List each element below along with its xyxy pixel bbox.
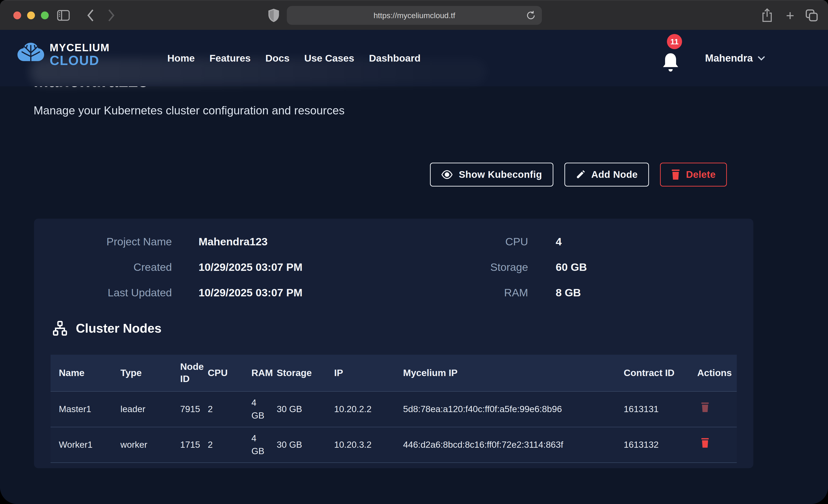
share-icon[interactable] [761,0,773,30]
tab-overview-icon[interactable] [806,0,818,30]
cell-mycelium-ip: 446:d2a6:8bcd:8c16:ff0f:72e2:3114:863f [398,427,618,463]
show-kubeconfig-button[interactable]: Show Kubeconfig [430,163,553,186]
info-label: RAM [402,286,528,299]
table-row[interactable]: Master1 leader 7915 2 4 GB 30 GB 10.20.2… [50,391,737,427]
window-controls [13,11,49,19]
delete-node-icon[interactable] [701,438,709,448]
close-window-button[interactable] [13,11,21,19]
col-contract-id: Contract ID [618,355,692,391]
col-name: Name [50,355,115,391]
nav-link-dashboard[interactable]: Dashboard [369,53,420,64]
info-value: 8 GB [556,286,587,299]
network-icon [52,320,68,336]
cell-ip: 10.20.2.2 [329,391,398,427]
cluster-details-card: Project Name Mahendra123 Created 10/29/2… [34,219,753,468]
add-node-label: Add Node [591,169,638,180]
cell-name: Master1 [50,391,115,427]
forward-icon[interactable] [106,0,116,30]
info-label: Last Updated [34,286,172,299]
cell-actions [692,427,737,463]
delete-cluster-button[interactable]: Delete [660,163,727,186]
privacy-shield-icon[interactable] [268,0,279,30]
col-actions: Actions [692,355,737,391]
back-icon[interactable] [85,0,95,30]
cell-cpu: 2 [202,391,246,427]
cell-type: leader [115,391,175,427]
minimize-window-button[interactable] [27,11,35,19]
col-ram: RAM [246,355,271,391]
address-bar-url: https://myceliumcloud.tf [373,11,455,20]
cell-contract-id: 1613132 [618,427,692,463]
nav-links: Home Features Docs Use Cases Dashboard [167,30,420,86]
browser-window: https://myceliumcloud.tf + Mahendra123 M… [0,0,828,504]
delete-node-icon[interactable] [701,403,709,412]
brand-logo[interactable]: MYCELIUM CLOUD [16,40,110,69]
nodes-table: Name Type Node ID CPU RAM Storage IP Myc… [50,355,737,463]
cell-type: worker [115,427,175,463]
info-value: 60 GB [556,261,587,274]
info-value: 10/29/2025 03:07 PM [199,261,302,274]
bell-icon [661,52,681,74]
cell-mycelium-ip: 5d8:78ea:a120:f40c:ff0f:a5fe:99e6:8b96 [398,391,618,427]
notifications-button[interactable]: 11 [661,52,681,74]
nav-link-use-cases[interactable]: Use Cases [304,53,355,64]
address-bar[interactable]: https://myceliumcloud.tf [287,6,542,25]
cluster-nodes-heading: Cluster Nodes [52,320,162,336]
mycelium-cloud-logo-icon [16,40,45,69]
brand-name-bottom: CLOUD [50,54,110,67]
cluster-info-right: CPU 4 Storage 60 GB RAM 8 GB [402,235,587,299]
table-header-row: Name Type Node ID CPU RAM Storage IP Myc… [50,355,737,391]
info-label: Storage [402,261,528,274]
cell-node-id: 7915 [175,391,202,427]
cell-actions [692,391,737,427]
info-value: 10/29/2025 03:07 PM [199,286,302,299]
nodes-table-body: Master1 leader 7915 2 4 GB 30 GB 10.20.2… [50,391,737,463]
col-mycelium-ip: Mycelium IP [398,355,618,391]
trash-icon [671,170,680,180]
nav-link-features[interactable]: Features [209,53,250,64]
nav-link-docs[interactable]: Docs [265,53,290,64]
browser-toolbar: https://myceliumcloud.tf + [0,0,828,30]
cell-node-id: 1715 [175,427,202,463]
col-storage: Storage [271,355,329,391]
cell-storage: 30 GB [271,427,329,463]
info-value: Mahendra123 [199,235,302,248]
page-subtitle: Manage your Kubernetes cluster configura… [34,104,345,117]
info-value: 4 [556,235,587,248]
new-tab-icon[interactable]: + [786,0,794,30]
pencil-icon [576,170,585,179]
cell-ram: 4 GB [246,391,271,427]
notification-badge: 11 [667,34,682,49]
cell-storage: 30 GB [271,391,329,427]
eye-icon [441,170,453,179]
sidebar-toggle-icon[interactable] [57,0,70,30]
cell-name: Worker1 [50,427,115,463]
info-label: Project Name [34,235,172,248]
info-label: CPU [402,235,528,248]
zoom-window-button[interactable] [41,11,49,19]
site-navbar: MYCELIUM CLOUD Home Features Docs Use Ca… [0,30,828,86]
user-name: Mahendra [705,52,753,64]
table-row[interactable]: Worker1 worker 1715 2 4 GB 30 GB 10.20.3… [50,427,737,463]
cluster-info-left: Project Name Mahendra123 Created 10/29/2… [34,235,302,299]
info-label: Created [34,261,172,274]
chevron-down-icon [758,53,765,60]
cell-ip: 10.20.3.2 [329,427,398,463]
add-node-button[interactable]: Add Node [565,163,649,186]
nav-link-home[interactable]: Home [167,53,195,64]
cell-cpu: 2 [202,427,246,463]
col-ip: IP [329,355,398,391]
cell-contract-id: 1613131 [618,391,692,427]
col-node-id: Node ID [175,355,202,391]
brand-name-top: MYCELIUM [50,42,110,53]
reload-icon[interactable] [526,6,536,25]
cluster-nodes-title: Cluster Nodes [76,321,162,336]
show-kubeconfig-label: Show Kubeconfig [459,169,542,180]
cluster-actions: Show Kubeconfig Add Node Delete [430,163,727,186]
cell-ram: 4 GB [246,427,271,463]
col-type: Type [115,355,175,391]
user-menu[interactable]: Mahendra [705,30,764,86]
col-cpu: CPU [202,355,246,391]
delete-label: Delete [686,169,716,180]
